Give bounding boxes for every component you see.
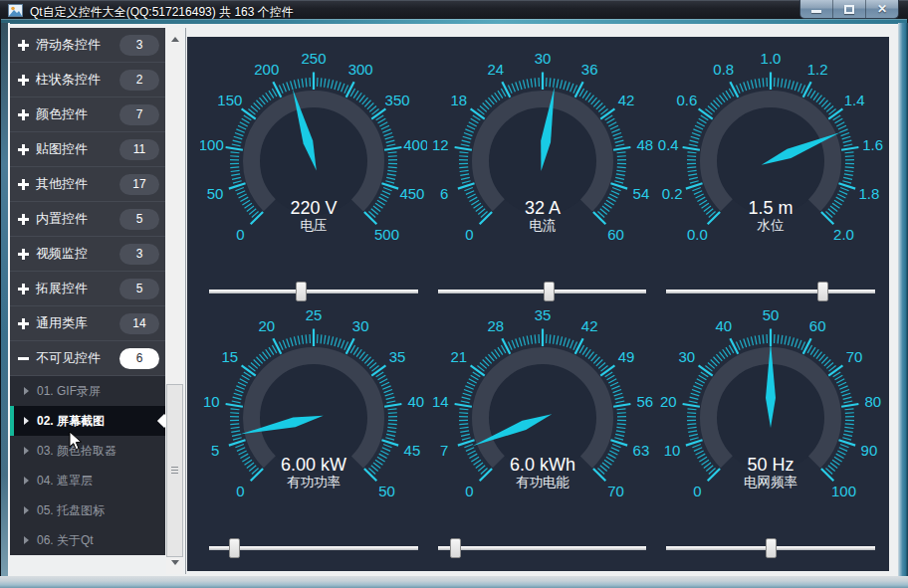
svg-text:35: 35 (534, 306, 551, 323)
sidebar-group-label: 通用类库 (36, 314, 88, 332)
sidebar-group-7[interactable]: 拓展控件5 (10, 272, 165, 306)
svg-text:1.0: 1.0 (761, 50, 782, 67)
scroll-up-icon[interactable] (171, 37, 179, 42)
svg-text:12: 12 (431, 136, 448, 153)
svg-text:56: 56 (636, 393, 653, 410)
minimize-button[interactable] (800, 0, 833, 18)
count-badge: 14 (119, 313, 159, 334)
expand-icon (18, 284, 29, 294)
gauge-2: 0.00.20.40.60.81.01.21.41.61.82.01.5 m水位 (657, 37, 884, 286)
gauge-3: 051015202530354045506.00 kW有功功率 (200, 294, 427, 542)
slider-handle[interactable] (766, 538, 777, 558)
sidebar-group-9[interactable]: 不可见控件6 (10, 341, 165, 376)
gauge-value: 6.0 kWh (509, 455, 574, 475)
svg-text:25: 25 (305, 306, 322, 323)
item-arrow-icon (24, 417, 29, 425)
slider-handle[interactable] (229, 538, 240, 558)
svg-text:0: 0 (236, 226, 244, 243)
minimize-icon (811, 10, 821, 13)
svg-text:6: 6 (439, 185, 447, 202)
svg-text:1.4: 1.4 (844, 92, 865, 108)
sidebar-group-5[interactable]: 内置控件5 (10, 202, 165, 237)
svg-text:0.6: 0.6 (677, 92, 698, 108)
sidebar-group-2[interactable]: 颜色控件7 (10, 98, 165, 132)
svg-text:450: 450 (399, 185, 424, 202)
sidebar-group-label: 内置控件 (36, 210, 88, 228)
slider-track[interactable] (209, 546, 418, 550)
sidebar: 滑动条控件3柱状条控件2颜色控件7贴图控件11其他控件17内置控件5视频监控3拓… (10, 28, 165, 555)
sidebar-item-label: 06. 关于Qt (37, 532, 94, 549)
sidebar-group-label: 贴图控件 (36, 140, 88, 158)
slider-track[interactable] (438, 546, 647, 550)
sidebar-group-label: 其他控件 (36, 175, 88, 193)
svg-text:48: 48 (636, 136, 653, 153)
sidebar-group-label: 拓展控件 (36, 280, 88, 297)
titlebar-edge (1, 19, 907, 24)
expand-icon (18, 75, 29, 86)
mouse-cursor (69, 431, 83, 452)
gauge-name: 电压 (300, 218, 327, 233)
gauge-slider-3[interactable] (209, 535, 418, 561)
sidebar-item-label: 05. 托盘图标 (37, 502, 105, 519)
svg-text:1.8: 1.8 (859, 185, 880, 202)
svg-text:2.0: 2.0 (833, 226, 854, 243)
gauge-name: 水位 (757, 218, 786, 233)
svg-text:400: 400 (403, 136, 427, 153)
gauge-name: 电流 (529, 218, 556, 233)
svg-text:63: 63 (632, 442, 649, 459)
svg-text:30: 30 (679, 348, 696, 365)
expand-icon (18, 109, 29, 120)
sidebar-item-2[interactable]: 03. 颜色拾取器 (10, 436, 165, 466)
svg-text:0.2: 0.2 (662, 185, 683, 202)
gauge-value: 1.5 m (749, 198, 794, 218)
sidebar-group-label: 视频监控 (36, 245, 88, 263)
count-badge: 7 (119, 104, 159, 125)
item-arrow-icon (24, 447, 29, 455)
app-window: Qt自定义控件大全(QQ:517216493) 共 163 个控件 ✕ 滑动条控… (0, 0, 908, 588)
gauge-name: 有功电能 (516, 475, 569, 490)
count-badge: 5 (119, 209, 159, 230)
svg-text:7: 7 (439, 442, 447, 459)
sidebar-group-6[interactable]: 视频监控3 (10, 237, 165, 272)
close-button[interactable]: ✕ (866, 0, 898, 18)
window-frame-bottom (0, 576, 908, 588)
window-controls: ✕ (799, 0, 899, 19)
svg-text:28: 28 (487, 317, 504, 334)
svg-text:50: 50 (378, 483, 395, 499)
svg-text:14: 14 (431, 393, 448, 410)
count-badge: 17 (119, 174, 159, 195)
sidebar-scrollbar[interactable] (166, 28, 183, 574)
svg-text:100: 100 (831, 483, 856, 499)
sidebar-item-0[interactable]: 01. GIF录屏 (10, 376, 165, 406)
sidebar-item-label: 04. 遮罩层 (37, 473, 93, 490)
expand-icon (18, 144, 29, 155)
gauge-cell-2: 0.00.20.40.60.81.01.21.41.61.82.01.5 m水位 (656, 37, 885, 286)
sidebar-group-1[interactable]: 柱状条控件2 (10, 63, 165, 98)
app-icon (8, 4, 23, 17)
gauge-name: 电网频率 (744, 475, 797, 490)
sidebar-item-3[interactable]: 04. 遮罩层 (10, 466, 165, 495)
svg-text:45: 45 (403, 442, 420, 459)
svg-text:0: 0 (236, 483, 244, 499)
slider-handle[interactable] (450, 538, 461, 558)
svg-text:70: 70 (846, 348, 863, 365)
expand-icon (18, 249, 29, 260)
sidebar-group-0[interactable]: 滑动条控件3 (10, 28, 165, 63)
item-arrow-icon (24, 387, 29, 395)
count-badge: 11 (119, 139, 159, 160)
sidebar-item-5[interactable]: 06. 关于Qt (10, 525, 165, 555)
sidebar-group-4[interactable]: 其他控件17 (10, 167, 165, 202)
gauge-slider-4[interactable] (438, 535, 647, 561)
scroll-down-icon[interactable] (171, 560, 179, 565)
svg-text:5: 5 (211, 442, 219, 459)
sidebar-group-3[interactable]: 贴图控件11 (10, 132, 165, 167)
item-arrow-icon (24, 506, 29, 514)
svg-text:50: 50 (763, 306, 780, 323)
svg-text:60: 60 (607, 226, 624, 243)
sidebar-item-4[interactable]: 05. 托盘图标 (10, 495, 165, 525)
scrollbar-thumb[interactable] (166, 384, 183, 557)
sidebar-item-1[interactable]: 02. 屏幕截图 (10, 406, 165, 436)
gauge-slider-5[interactable] (666, 535, 875, 561)
maximize-button[interactable] (833, 0, 866, 18)
sidebar-group-8[interactable]: 通用类库14 (10, 306, 165, 341)
